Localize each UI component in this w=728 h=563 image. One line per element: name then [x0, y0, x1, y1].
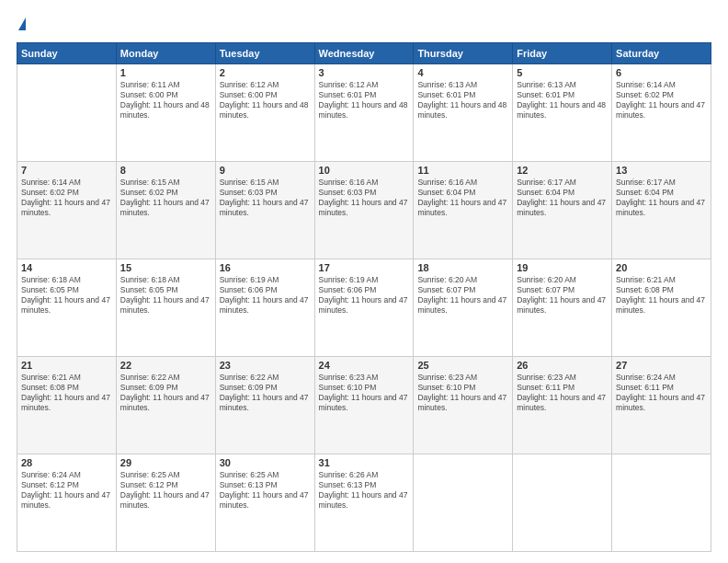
day-number: 3: [319, 67, 410, 78]
day-info: Sunrise: 6:26 AM Sunset: 6:13 PM Dayligh…: [319, 470, 410, 511]
day-info: Sunrise: 6:15 AM Sunset: 6:02 PM Dayligh…: [120, 178, 211, 218]
logo-text: [17, 17, 26, 35]
day-number: 7: [21, 165, 112, 176]
day-number: 14: [21, 262, 112, 273]
day-number: 30: [220, 457, 311, 468]
day-number: 27: [616, 360, 707, 371]
day-number: 12: [517, 165, 608, 176]
calendar-week-2: 14Sunrise: 6:18 AM Sunset: 6:05 PM Dayli…: [17, 259, 711, 356]
page: SundayMondayTuesdayWednesdayThursdayFrid…: [0, 0, 728, 563]
calendar-cell: 25Sunrise: 6:23 AM Sunset: 6:10 PM Dayli…: [414, 356, 513, 454]
day-number: 2: [220, 67, 311, 78]
day-number: 11: [417, 165, 508, 176]
day-number: 16: [220, 262, 311, 273]
day-info: Sunrise: 6:18 AM Sunset: 6:05 PM Dayligh…: [21, 275, 112, 316]
logo: [17, 17, 26, 35]
calendar-cell: 23Sunrise: 6:22 AM Sunset: 6:09 PM Dayli…: [215, 356, 314, 454]
day-info: Sunrise: 6:21 AM Sunset: 6:08 PM Dayligh…: [21, 373, 112, 413]
calendar-cell: 10Sunrise: 6:16 AM Sunset: 6:03 PM Dayli…: [314, 161, 414, 259]
day-info: Sunrise: 6:20 AM Sunset: 6:07 PM Dayligh…: [517, 275, 608, 316]
calendar-cell: 9Sunrise: 6:15 AM Sunset: 6:03 PM Daylig…: [215, 161, 314, 259]
calendar-cell: 11Sunrise: 6:16 AM Sunset: 6:04 PM Dayli…: [414, 161, 513, 259]
day-info: Sunrise: 6:21 AM Sunset: 6:08 PM Dayligh…: [616, 275, 707, 316]
day-info: Sunrise: 6:17 AM Sunset: 6:04 PM Dayligh…: [517, 178, 608, 218]
calendar-cell: 18Sunrise: 6:20 AM Sunset: 6:07 PM Dayli…: [414, 259, 513, 356]
calendar-cell: [17, 63, 117, 161]
calendar-cell: 3Sunrise: 6:12 AM Sunset: 6:01 PM Daylig…: [314, 63, 414, 161]
calendar-cell: 14Sunrise: 6:18 AM Sunset: 6:05 PM Dayli…: [17, 259, 117, 356]
day-info: Sunrise: 6:25 AM Sunset: 6:12 PM Dayligh…: [120, 470, 211, 511]
day-number: 19: [517, 262, 608, 273]
calendar-header-tuesday: Tuesday: [215, 42, 314, 63]
calendar-cell: 2Sunrise: 6:12 AM Sunset: 6:00 PM Daylig…: [215, 63, 314, 161]
header: [17, 17, 711, 35]
day-number: 18: [417, 262, 508, 273]
day-number: 8: [120, 165, 211, 176]
day-number: 15: [120, 262, 211, 273]
day-number: 20: [616, 262, 707, 273]
calendar-cell: 16Sunrise: 6:19 AM Sunset: 6:06 PM Dayli…: [215, 259, 314, 356]
day-info: Sunrise: 6:19 AM Sunset: 6:06 PM Dayligh…: [319, 275, 410, 316]
day-number: 21: [21, 360, 112, 371]
day-number: 24: [319, 360, 410, 371]
calendar-cell: 8Sunrise: 6:15 AM Sunset: 6:02 PM Daylig…: [116, 161, 215, 259]
calendar-header-monday: Monday: [116, 42, 215, 63]
calendar-cell: 4Sunrise: 6:13 AM Sunset: 6:01 PM Daylig…: [414, 63, 513, 161]
calendar-cell: 22Sunrise: 6:22 AM Sunset: 6:09 PM Dayli…: [116, 356, 215, 454]
calendar-cell: 30Sunrise: 6:25 AM Sunset: 6:13 PM Dayli…: [215, 454, 314, 551]
calendar-header-sunday: Sunday: [17, 42, 117, 63]
calendar-header-friday: Friday: [513, 42, 612, 63]
day-info: Sunrise: 6:23 AM Sunset: 6:11 PM Dayligh…: [517, 373, 608, 413]
day-number: 26: [517, 360, 608, 371]
day-info: Sunrise: 6:20 AM Sunset: 6:07 PM Dayligh…: [417, 275, 508, 316]
day-info: Sunrise: 6:22 AM Sunset: 6:09 PM Dayligh…: [120, 373, 211, 413]
calendar-cell: 19Sunrise: 6:20 AM Sunset: 6:07 PM Dayli…: [513, 259, 612, 356]
day-number: 6: [616, 67, 707, 78]
day-info: Sunrise: 6:12 AM Sunset: 6:01 PM Dayligh…: [319, 80, 410, 121]
calendar-cell: 29Sunrise: 6:25 AM Sunset: 6:12 PM Dayli…: [116, 454, 215, 551]
logo-icon: [18, 17, 26, 30]
calendar-cell: 1Sunrise: 6:11 AM Sunset: 6:00 PM Daylig…: [116, 63, 215, 161]
calendar-header-saturday: Saturday: [612, 42, 711, 63]
day-info: Sunrise: 6:23 AM Sunset: 6:10 PM Dayligh…: [319, 373, 410, 413]
calendar-cell: [414, 454, 513, 551]
calendar-cell: 27Sunrise: 6:24 AM Sunset: 6:11 PM Dayli…: [612, 356, 711, 454]
day-number: 5: [517, 67, 608, 78]
day-info: Sunrise: 6:14 AM Sunset: 6:02 PM Dayligh…: [21, 178, 112, 218]
day-number: 13: [616, 165, 707, 176]
day-info: Sunrise: 6:19 AM Sunset: 6:06 PM Dayligh…: [220, 275, 311, 316]
day-info: Sunrise: 6:11 AM Sunset: 6:00 PM Dayligh…: [120, 80, 211, 121]
day-number: 25: [417, 360, 508, 371]
day-info: Sunrise: 6:14 AM Sunset: 6:02 PM Dayligh…: [616, 80, 707, 121]
calendar-week-1: 7Sunrise: 6:14 AM Sunset: 6:02 PM Daylig…: [17, 161, 711, 259]
day-number: 22: [120, 360, 211, 371]
day-info: Sunrise: 6:12 AM Sunset: 6:00 PM Dayligh…: [220, 80, 311, 121]
day-info: Sunrise: 6:13 AM Sunset: 6:01 PM Dayligh…: [417, 80, 508, 121]
calendar-cell: 20Sunrise: 6:21 AM Sunset: 6:08 PM Dayli…: [612, 259, 711, 356]
day-number: 28: [21, 457, 112, 468]
calendar-header-thursday: Thursday: [414, 42, 513, 63]
calendar: SundayMondayTuesdayWednesdayThursdayFrid…: [17, 42, 711, 552]
calendar-cell: 6Sunrise: 6:14 AM Sunset: 6:02 PM Daylig…: [612, 63, 711, 161]
day-info: Sunrise: 6:22 AM Sunset: 6:09 PM Dayligh…: [220, 373, 311, 413]
calendar-cell: [612, 454, 711, 551]
day-info: Sunrise: 6:24 AM Sunset: 6:12 PM Dayligh…: [21, 470, 112, 511]
calendar-week-3: 21Sunrise: 6:21 AM Sunset: 6:08 PM Dayli…: [17, 356, 711, 454]
calendar-cell: 21Sunrise: 6:21 AM Sunset: 6:08 PM Dayli…: [17, 356, 117, 454]
calendar-cell: 13Sunrise: 6:17 AM Sunset: 6:04 PM Dayli…: [612, 161, 711, 259]
day-number: 17: [319, 262, 410, 273]
calendar-cell: [513, 454, 612, 551]
calendar-cell: 7Sunrise: 6:14 AM Sunset: 6:02 PM Daylig…: [17, 161, 117, 259]
calendar-cell: 31Sunrise: 6:26 AM Sunset: 6:13 PM Dayli…: [314, 454, 414, 551]
calendar-cell: 28Sunrise: 6:24 AM Sunset: 6:12 PM Dayli…: [17, 454, 117, 551]
day-number: 10: [319, 165, 410, 176]
day-info: Sunrise: 6:17 AM Sunset: 6:04 PM Dayligh…: [616, 178, 707, 218]
day-number: 29: [120, 457, 211, 468]
day-number: 9: [220, 165, 311, 176]
calendar-week-4: 28Sunrise: 6:24 AM Sunset: 6:12 PM Dayli…: [17, 454, 711, 551]
calendar-cell: 5Sunrise: 6:13 AM Sunset: 6:01 PM Daylig…: [513, 63, 612, 161]
calendar-cell: 26Sunrise: 6:23 AM Sunset: 6:11 PM Dayli…: [513, 356, 612, 454]
day-info: Sunrise: 6:16 AM Sunset: 6:04 PM Dayligh…: [417, 178, 508, 218]
calendar-header-wednesday: Wednesday: [314, 42, 414, 63]
day-number: 1: [120, 67, 211, 78]
